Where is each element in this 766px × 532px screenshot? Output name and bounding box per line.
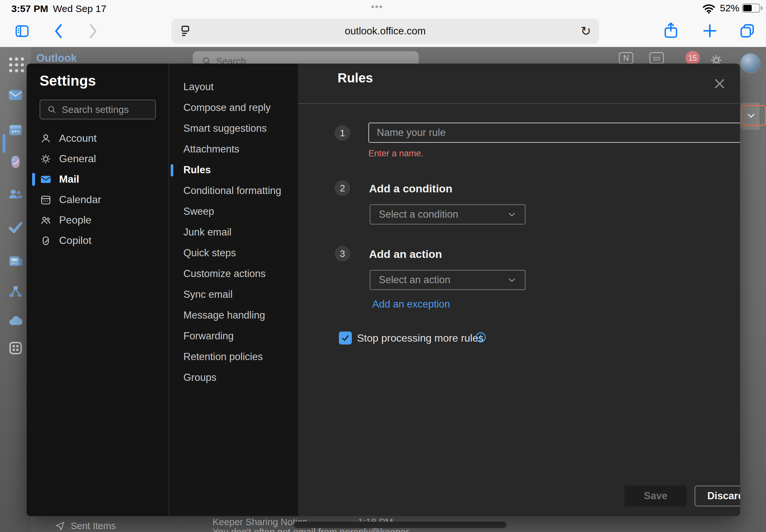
share-button[interactable]: [661, 20, 681, 42]
sidebar-toggle-button[interactable]: [13, 22, 31, 40]
rail-onedrive-icon[interactable]: [6, 312, 25, 330]
mail-icon: [40, 173, 52, 186]
battery-fill: [743, 5, 752, 11]
add-exception-link[interactable]: Add an exception: [372, 298, 450, 310]
app-launcher-icon[interactable]: [9, 57, 24, 72]
rule-name-input[interactable]: [368, 123, 740, 143]
info-icon[interactable]: [475, 331, 487, 344]
settings-title: Settings: [40, 73, 96, 89]
email-subject[interactable]: Keeper Sharing Notice: [213, 517, 307, 527]
notification-badge[interactable]: 15: [686, 51, 700, 65]
status-date: Wed Sep 17: [53, 3, 106, 14]
discard-button[interactable]: Discard: [695, 486, 740, 506]
stop-processing-label: Stop processing more rules: [357, 332, 484, 344]
mail-nav-smart-suggestions[interactable]: Smart suggestions: [169, 118, 298, 139]
mail-nav-conditional-formatting[interactable]: Conditional formatting: [169, 180, 298, 201]
mail-nav-attachments[interactable]: Attachments: [169, 139, 298, 160]
notes-icon[interactable]: N: [619, 52, 633, 64]
settings-nav-account[interactable]: Account: [27, 128, 168, 149]
pane-divider: [186, 516, 187, 532]
action-select-placeholder: Select an action: [379, 274, 451, 286]
rules-pane: Rules 1 Enter a name. 2 Add a condition …: [298, 64, 740, 516]
settings-pane: Settings Account General Mail: [27, 64, 168, 516]
rail-org-icon[interactable]: [6, 283, 25, 301]
folder-label: Sent Items: [71, 521, 116, 531]
settings-nav-people[interactable]: People: [27, 210, 168, 230]
calendar-icon: [40, 194, 52, 206]
check-icon: [340, 333, 350, 343]
mail-nav-forwarding[interactable]: Forwarding: [169, 326, 298, 346]
search-icon: [47, 105, 56, 114]
settings-nav-calendar[interactable]: Calendar: [27, 189, 168, 210]
rail-more-apps-icon[interactable]: [7, 340, 24, 357]
selected-indicator: [171, 164, 173, 176]
user-avatar[interactable]: [740, 53, 760, 73]
mail-nav-rules[interactable]: Rules: [169, 160, 298, 180]
mail-nav-groups[interactable]: Groups: [169, 367, 298, 388]
action-select[interactable]: Select an action: [370, 270, 526, 290]
condition-select-placeholder: Select a condition: [379, 209, 458, 220]
browser-chrome: 3:57 PM Wed Sep 17 ••• 52% outlook.offic…: [0, 0, 766, 47]
stop-processing-checkbox[interactable]: [339, 332, 352, 345]
rail-copilot-icon[interactable]: [6, 153, 25, 171]
dock-icon[interactable]: ▭: [650, 52, 664, 64]
rules-title: Rules: [337, 71, 373, 85]
tabs-overview-button[interactable]: [737, 21, 757, 41]
rail-people-icon[interactable]: [6, 185, 25, 203]
chevron-down-icon: [507, 209, 517, 220]
gear-icon: [40, 153, 52, 165]
name-error-text: Enter a name.: [368, 149, 424, 159]
reload-button[interactable]: ↻: [578, 23, 594, 39]
settings-nav-copilot[interactable]: Copilot: [27, 230, 168, 251]
mail-settings-pane: Layout Compose and reply Smart suggestio…: [168, 64, 298, 516]
back-button[interactable]: [50, 23, 67, 40]
wifi-icon: [700, 3, 717, 15]
step-2-badge: 2: [334, 180, 350, 196]
mail-nav-message-handling[interactable]: Message handling: [169, 305, 298, 326]
battery-tip: [761, 6, 762, 10]
address-bar[interactable]: outlook.office.com ↻: [171, 18, 599, 44]
account-icon: [40, 132, 52, 145]
settings-search-box[interactable]: [40, 100, 156, 119]
url-text: outlook.office.com: [171, 18, 599, 44]
add-action-heading: Add an action: [369, 248, 442, 260]
settings-search-input[interactable]: [62, 104, 149, 115]
condition-select[interactable]: Select a condition: [370, 204, 526, 224]
settings-dialog: Settings Account General Mail: [27, 64, 740, 516]
background-error-dropdown[interactable]: [741, 105, 766, 126]
mail-nav-sync-email[interactable]: Sync email: [169, 284, 298, 305]
settings-nav: Account General Mail Calendar Peo: [27, 128, 168, 251]
mail-nav-retention-policies[interactable]: Retention policies: [169, 346, 298, 367]
mail-nav-compose[interactable]: Compose and reply: [169, 97, 298, 118]
mail-nav-layout[interactable]: Layout: [169, 77, 298, 97]
people-icon: [40, 214, 52, 226]
copilot-icon: [40, 235, 52, 247]
folder-sent-items[interactable]: Sent Items: [55, 520, 116, 531]
battery-percent: 52%: [720, 3, 739, 14]
mail-nav-customize-actions[interactable]: Customize actions: [169, 263, 298, 284]
mail-settings-nav: Layout Compose and reply Smart suggestio…: [169, 77, 298, 388]
rail-todo-icon[interactable]: [6, 218, 25, 236]
new-tab-button[interactable]: [700, 21, 719, 40]
add-condition-heading: Add a condition: [369, 182, 453, 195]
save-button[interactable]: Save: [625, 486, 687, 506]
rail-news-icon[interactable]: [6, 252, 25, 270]
ipad-screen: 3:57 PM Wed Sep 17 ••• 52% outlook.offic…: [0, 0, 766, 532]
mail-nav-quick-steps[interactable]: Quick steps: [169, 243, 298, 263]
outlook-brand: Outlook: [36, 52, 77, 64]
mail-nav-junk-email[interactable]: Junk email: [169, 222, 298, 243]
rail-calendar-icon[interactable]: [6, 121, 25, 139]
header-divider: [298, 103, 740, 104]
mail-nav-sweep[interactable]: Sweep: [169, 201, 298, 222]
home-indicator[interactable]: [294, 522, 506, 528]
settings-nav-mail[interactable]: Mail: [27, 169, 168, 189]
step-3-badge: 3: [334, 246, 350, 261]
rail-selected-indicator: [3, 134, 6, 153]
step-1-badge: 1: [334, 125, 350, 141]
chevron-down-icon: [507, 275, 517, 285]
settings-nav-general[interactable]: General: [27, 149, 168, 169]
rail-mail-icon[interactable]: [6, 86, 25, 104]
forward-button[interactable]: [85, 23, 101, 40]
close-icon[interactable]: [711, 76, 728, 92]
status-menu-dots[interactable]: •••: [371, 1, 383, 12]
